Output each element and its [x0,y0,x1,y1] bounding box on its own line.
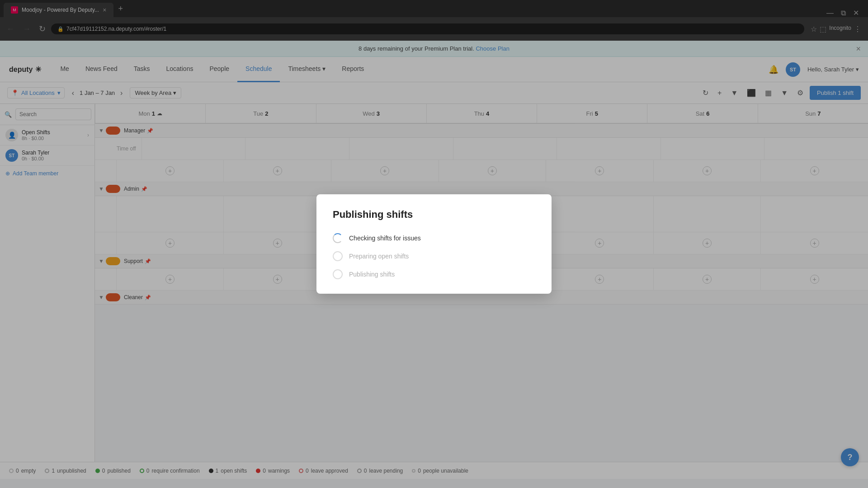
modal-overlay: Publishing shifts Checking shifts for is… [0,0,868,479]
step-check-issues: Checking shifts for issues [333,233,535,243]
publish-shifts-label: Publishing shifts [349,271,395,278]
publishing-shifts-modal: Publishing shifts Checking shifts for is… [316,194,552,294]
step-publish-shifts: Publishing shifts [333,269,535,279]
step-prepare-shifts: Preparing open shifts [333,251,535,261]
check-issues-indicator [333,233,343,243]
publish-shifts-indicator [333,269,343,279]
prepare-shifts-indicator [333,251,343,261]
modal-title: Publishing shifts [333,209,535,221]
prepare-shifts-label: Preparing open shifts [349,253,409,260]
modal-steps: Checking shifts for issues Preparing ope… [333,233,535,279]
check-issues-label: Checking shifts for issues [349,235,421,242]
